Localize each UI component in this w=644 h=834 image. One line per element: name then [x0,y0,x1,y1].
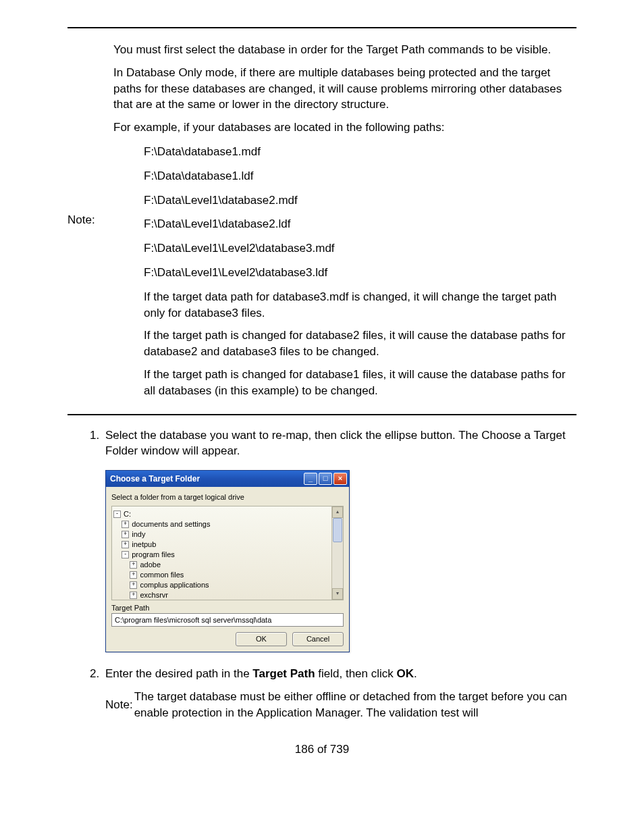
dialog-title: Choose a Target Folder [110,473,200,485]
note-p2: In Database Only mode, if there are mult… [113,65,576,113]
dialog-titlebar[interactable]: Choose a Target Folder _ □ × [106,471,349,487]
path-item: F:\Data\Level1\Level2\database3.ldf [144,265,576,281]
collapse-icon[interactable]: - [122,551,129,558]
collapse-icon[interactable]: - [113,511,121,518]
tree-scrollbar[interactable]: ▴ ▾ [331,506,343,600]
tree-root[interactable]: C: [124,510,131,518]
inline-note-text: The target database must be either offli… [134,689,576,721]
consequence-1: If the target data path for database3.md… [113,289,576,321]
tree-item[interactable]: documents and settings [132,520,210,528]
path-item: F:\Data\database1.mdf [144,144,576,160]
target-path-label: Target Path [111,603,344,613]
step-2-bold1: Target Path [252,667,315,680]
inline-note-label: Note: [105,697,134,713]
tree-subitem[interactable]: exchsrvr [140,591,168,599]
note-block: Note: You must first select the database… [68,27,576,415]
tree-subitem[interactable]: common files [140,571,184,579]
minimize-button[interactable]: _ [304,473,317,485]
step-2: Enter the desired path in the Target Pat… [103,666,576,721]
expand-icon[interactable]: + [130,571,137,579]
scroll-thumb[interactable] [333,518,342,542]
expand-icon[interactable]: + [122,541,129,548]
expand-icon[interactable]: + [130,561,137,569]
maximize-button[interactable]: □ [319,473,332,485]
note-body: You must first select the database in or… [113,35,576,406]
choose-target-folder-dialog: Choose a Target Folder _ □ × Select a fo… [105,470,350,652]
tree-item[interactable]: indy [132,530,145,538]
folder-tree[interactable]: -C: +documents and settings +indy +inetp… [111,506,344,600]
expand-icon[interactable]: + [130,581,137,589]
page-number: 186 of 739 [68,741,576,758]
step-2-after: . [414,667,417,680]
note-label: Note: [68,212,113,228]
step-2-bold2: OK [397,667,414,680]
path-item: F:\Data\Level1\database2.ldf [144,216,576,232]
expand-icon[interactable]: + [130,592,137,599]
expand-icon[interactable]: + [122,531,129,538]
cancel-button[interactable]: Cancel [292,632,344,646]
path-list: F:\Data\database1.mdf F:\Data\database1.… [113,144,576,281]
consequences: If the target data path for database3.md… [113,289,576,399]
dialog-instruction: Select a folder from a target logical dr… [111,492,344,502]
consequence-2: If the target path is changed for databa… [113,328,576,360]
consequence-3: If the target path is changed for databa… [113,367,576,399]
path-item: F:\Data\database1.ldf [144,168,576,184]
step-1: Select the database you want to re-map, … [103,427,576,653]
path-item: F:\Data\Level1\database2.mdf [144,192,576,209]
tree-item[interactable]: inetpub [132,540,156,548]
steps-list: Select the database you want to re-map, … [68,427,576,721]
note-p3: For example, if your databases are locat… [113,120,576,136]
scroll-down-icon[interactable]: ▾ [332,588,343,600]
step-1-text: Select the database you want to re-map, … [105,429,566,458]
tree-item[interactable]: program files [132,550,175,558]
target-path-input[interactable]: C:\program files\microsoft sql server\ms… [111,613,344,627]
step-2-mid: field, then click [315,667,397,680]
close-button[interactable]: × [333,473,347,485]
tree-subitem[interactable]: adobe [140,561,161,569]
tree-subitem[interactable]: complus applications [140,581,209,589]
expand-icon[interactable]: + [122,521,129,528]
ok-button[interactable]: OK [236,632,287,646]
inline-note: Note: The target database must be either… [105,689,576,721]
step-2-before: Enter the desired path in the [105,667,252,680]
scroll-up-icon[interactable]: ▴ [332,506,343,518]
path-item: F:\Data\Level1\Level2\database3.mdf [144,240,576,257]
note-p1: You must first select the database in or… [113,42,576,58]
